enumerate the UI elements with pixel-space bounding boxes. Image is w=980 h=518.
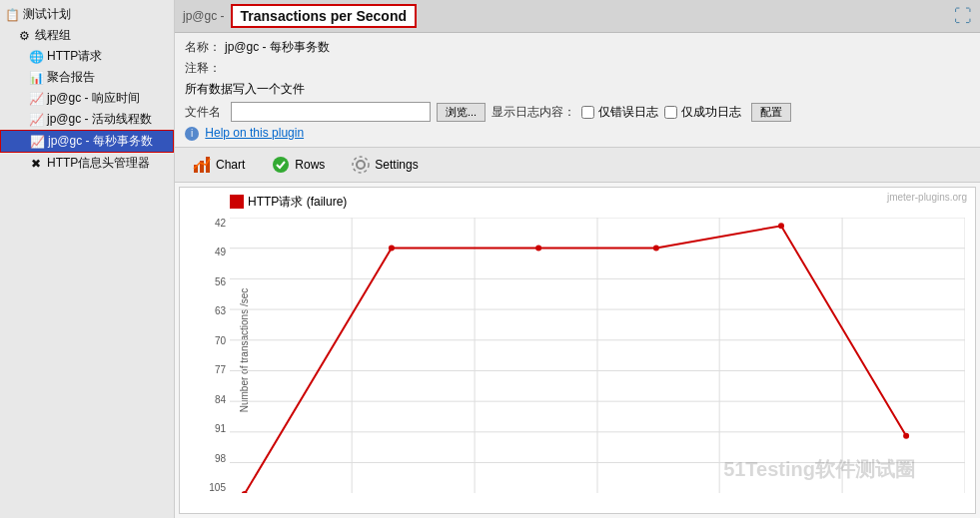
svg-point-5 <box>353 157 369 173</box>
legend-label: HTTP请求 (failure) <box>248 194 347 211</box>
sidebar-item-jp-tps[interactable]: 📈 jp@gc - 每秒事务数 <box>0 130 174 153</box>
chart-plot <box>230 218 965 494</box>
error-log-checkbox[interactable] <box>581 106 594 119</box>
rows-tab-icon <box>271 155 291 175</box>
name-value: jp@gc - 每秒事务数 <box>225 39 330 56</box>
help-link[interactable]: Help on this plugin <box>205 126 304 140</box>
y-label-63: 63 <box>215 305 226 316</box>
y-label-98: 98 <box>215 453 226 464</box>
success-log-checkbox[interactable] <box>664 106 677 119</box>
header-prefix: jp@gc - <box>183 9 225 23</box>
tab-chart[interactable]: Chart <box>183 152 254 178</box>
comment-label: 注释： <box>185 60 225 77</box>
chart-svg <box>230 218 965 494</box>
tab-settings-label: Settings <box>375 158 418 172</box>
data-point-4 <box>653 245 659 251</box>
file-label: 文件名 <box>185 104 225 121</box>
http-icon: 🌐 <box>28 49 44 65</box>
51testing-watermark: 51Testing软件测试圈 <box>723 456 915 483</box>
help-row: i Help on this plugin <box>185 126 970 141</box>
y-label-42: 42 <box>215 218 226 229</box>
main-panel: jp@gc - Transactions per Second ⛶ 名称： jp… <box>175 0 980 518</box>
chart-area: jmeter-plugins.org HTTP请求 (failure) Numb… <box>179 187 976 515</box>
chart-tab-icon <box>192 155 212 175</box>
tab-rows[interactable]: Rows <box>262 152 334 178</box>
chart-icon-threads: 📈 <box>28 112 44 128</box>
sidebar-item-jp-active-threads[interactable]: 📈 jp@gc - 活动线程数 <box>0 109 174 130</box>
chart-line <box>245 226 906 493</box>
header-icon: ✖ <box>28 156 44 172</box>
y-label-84: 84 <box>215 394 226 405</box>
svg-point-3 <box>273 157 289 173</box>
error-log-checkbox-label[interactable]: 仅错误日志 <box>581 104 658 121</box>
y-label-49: 49 <box>215 247 226 258</box>
config-button[interactable]: 配置 <box>751 103 791 122</box>
tabs-bar: Chart Rows Settings <box>175 148 980 183</box>
y-label-77: 77 <box>215 364 226 375</box>
header-bar: jp@gc - Transactions per Second ⛶ <box>175 0 980 33</box>
sidebar-item-http-header[interactable]: ✖ HTTP信息头管理器 <box>0 153 174 174</box>
sidebar-item-test-plan[interactable]: 📋 测试计划 <box>0 4 174 25</box>
chart-icon-tps: 📈 <box>29 134 45 150</box>
browse-button[interactable]: 浏览... <box>437 103 486 122</box>
file-row: 文件名 浏览... 显示日志内容： 仅错误日志 仅成功日志 配置 <box>185 102 970 122</box>
sidebar-item-jp-response-time[interactable]: 📈 jp@gc - 响应时间 <box>0 88 174 109</box>
data-point-2 <box>389 245 395 251</box>
data-point-3 <box>535 245 541 251</box>
sidebar-item-thread-group[interactable]: ⚙ 线程组 <box>0 25 174 46</box>
y-axis-labels: 105 98 91 84 77 70 63 56 49 42 <box>180 218 230 494</box>
sidebar-item-aggregate-report[interactable]: 📊 聚合报告 <box>0 67 174 88</box>
comment-row: 注释： <box>185 60 970 77</box>
sidebar: 📋 测试计划 ⚙ 线程组 🌐 HTTP请求 📊 聚合报告 📈 jp@gc - 响… <box>0 0 175 518</box>
form-area: 名称： jp@gc - 每秒事务数 注释： 所有数据写入一个文件 文件名 浏览.… <box>175 33 980 148</box>
header-title: Transactions per Second <box>231 4 418 28</box>
svg-point-4 <box>357 161 365 169</box>
chart-watermark: jmeter-plugins.org <box>887 192 967 203</box>
file-section-label: 所有数据写入一个文件 <box>185 81 970 98</box>
report-icon: 📊 <box>28 70 44 86</box>
name-row: 名称： jp@gc - 每秒事务数 <box>185 39 970 56</box>
display-label: 显示日志内容： <box>491 104 575 121</box>
legend-color-box <box>230 195 244 209</box>
sidebar-item-http-request[interactable]: 🌐 HTTP请求 <box>0 46 174 67</box>
y-label-70: 70 <box>215 335 226 346</box>
file-input[interactable] <box>231 102 431 122</box>
expand-icon[interactable]: ⛶ <box>954 6 972 27</box>
y-label-105: 105 <box>209 482 226 493</box>
help-icon: i <box>185 127 199 141</box>
chart-legend: HTTP请求 (failure) <box>230 194 347 211</box>
chart-icon-resp: 📈 <box>28 91 44 107</box>
tab-chart-label: Chart <box>216 158 245 172</box>
tab-settings[interactable]: Settings <box>342 152 427 178</box>
name-label: 名称： <box>185 39 225 56</box>
tab-rows-label: Rows <box>295 158 325 172</box>
success-log-checkbox-label[interactable]: 仅成功日志 <box>664 104 741 121</box>
y-label-91: 91 <box>215 423 226 434</box>
settings-tab-icon <box>351 155 371 175</box>
data-point-5 <box>778 223 784 229</box>
y-label-56: 56 <box>215 276 226 287</box>
data-point-6 <box>903 432 909 438</box>
thread-icon: ⚙ <box>16 28 32 44</box>
folder-icon: 📋 <box>4 7 20 23</box>
